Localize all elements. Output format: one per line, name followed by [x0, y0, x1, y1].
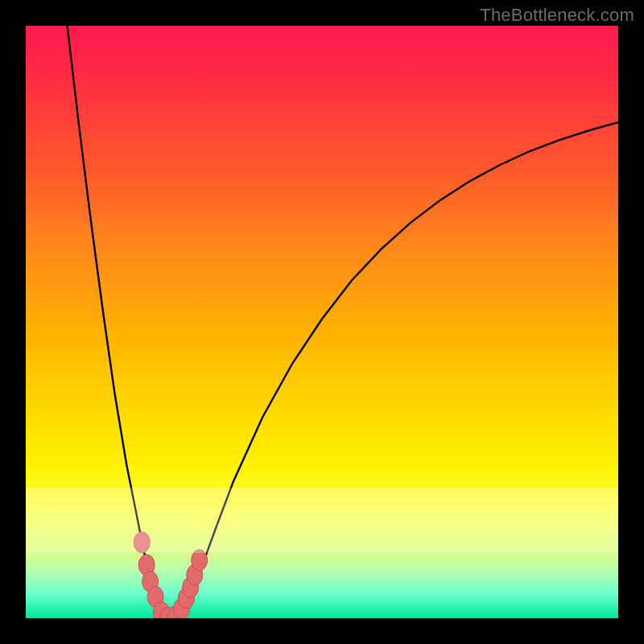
pale-band	[26, 488, 618, 553]
chart-frame: TheBottleneck.com	[0, 0, 644, 644]
plot-area	[26, 26, 618, 618]
watermark-text: TheBottleneck.com	[480, 5, 634, 26]
